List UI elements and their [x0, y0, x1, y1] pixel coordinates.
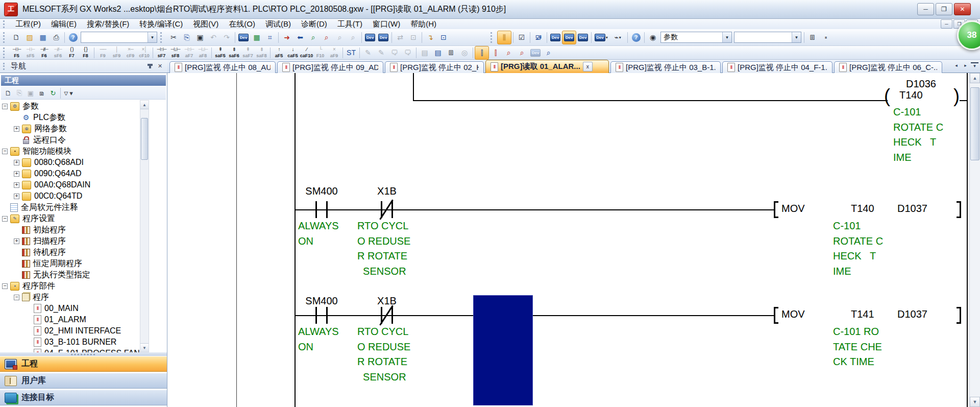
tab-2[interactable]: ‖[PRG]监视 停止中 02_H... [385, 61, 484, 73]
menu-item-1[interactable]: 编辑(E) [46, 19, 82, 29]
menu-item-0[interactable]: 工程(P) [10, 19, 46, 29]
panel-splitter[interactable]: ●●●●●●●● [0, 352, 167, 356]
contact-device[interactable]: SM400 [293, 295, 350, 307]
pin-icon[interactable] [145, 62, 154, 70]
menu-item-3[interactable]: 转换/编译(C) [134, 19, 188, 29]
device-test-icon[interactable]: ⌁▾ [609, 31, 626, 44]
scroll-thumb[interactable] [970, 87, 979, 160]
tab-1[interactable]: ‖[PRG]监视 停止中 09_AD... [277, 61, 383, 73]
read-mode-icon[interactable]: 🗏 [445, 46, 458, 59]
copy-icon[interactable]: ⎘ [180, 31, 193, 44]
menu-item-8[interactable]: 工具(T) [332, 19, 368, 29]
help-icon[interactable]: ? [66, 31, 80, 44]
open-project-icon[interactable]: ▨ [23, 31, 36, 44]
instruction-operand[interactable]: T140 [851, 203, 874, 214]
find-instruction-icon[interactable]: ⌕ [320, 31, 333, 44]
tab-scroll-right-icon[interactable]: ▸ [962, 61, 969, 69]
tab-6[interactable]: ‖[PRG]监视 停止中 06_C-... [834, 61, 942, 73]
menu-item-4[interactable]: 视图(V) [188, 19, 224, 29]
tree-item-17[interactable]: −程序 [0, 292, 49, 303]
statement-toggle-icon[interactable]: ⫿ [489, 46, 502, 59]
device-display-menu-icon[interactable]: Dev▾ [593, 31, 609, 44]
ladder-symbol-saf6-button[interactable]: ⇟saF6 [227, 46, 241, 59]
instruction-op[interactable]: MOV [781, 203, 805, 214]
jump-icon[interactable]: ↴ [424, 31, 437, 44]
menu-item-7[interactable]: 诊断(D) [296, 19, 332, 29]
cross-reference-icon[interactable]: ◉ [646, 31, 659, 44]
inline-st-icon[interactable]: ST [345, 46, 358, 59]
tab-more-icon[interactable]: ▾ [971, 62, 978, 69]
collapse-icon[interactable]: − [2, 216, 8, 222]
tree-item-22[interactable]: ‖04_F-101 PROCESS FAN [0, 348, 140, 352]
ladder-editor[interactable]: D1036 ( T140 ) C-101 ROTATE C HECK T IME… [167, 73, 969, 407]
tree-item-8[interactable]: +00C0:Q64TD [0, 190, 82, 202]
tree-item-12[interactable]: +扫描程序 [0, 235, 66, 247]
tree-item-11[interactable]: 初始程序 [0, 224, 66, 235]
tree-scroll-up-icon[interactable]: ▲ [140, 101, 149, 109]
online-device-write-icon[interactable]: Dev [363, 31, 377, 44]
ladder-symbol-f5-button[interactable]: ⊣ ⊢F5 [10, 46, 23, 59]
tree-item-6[interactable]: +0090:Q64AD [0, 168, 82, 179]
tab-3[interactable]: ‖[PRG]读取 01_ALAR...x [485, 60, 609, 73]
editor-scrollbar[interactable]: ▲ ▼ [969, 73, 980, 407]
ladder-symbol-saf5-button[interactable]: ⇞saF5 [213, 46, 227, 59]
data-property-icon[interactable]: 🗈 [36, 88, 47, 99]
new-project-icon[interactable]: 🗋 [10, 31, 23, 44]
sort-filter-icon[interactable]: 🜄▾ [62, 88, 74, 99]
menu-item-9[interactable]: 窗口(W) [368, 19, 405, 29]
help-f1-icon[interactable]: ? [629, 31, 643, 44]
contact-device[interactable]: SM400 [293, 185, 350, 197]
tree-item-21[interactable]: ‖03_B-101 BURNER [0, 337, 116, 348]
selection-cursor[interactable] [473, 295, 533, 405]
collapse-icon[interactable]: − [2, 149, 8, 154]
tree-item-1[interactable]: ⚙PLC参数 [0, 112, 65, 123]
close-button[interactable]: ✕ [954, 3, 971, 15]
save-project-icon[interactable]: ▦ [36, 31, 50, 44]
tree-scroll-thumb[interactable] [141, 118, 148, 160]
tree-item-10[interactable]: −✎程序设置 [0, 213, 55, 224]
zoom-icon[interactable]: ⌕ [542, 46, 555, 59]
tree-item-3[interactable]: 远程口令 [0, 134, 66, 146]
instruction-op[interactable]: MOV [781, 308, 805, 320]
program-check-icon[interactable]: ☑ [515, 31, 528, 44]
tree-item-15[interactable]: 无执行类型指定 [0, 269, 90, 280]
expand-icon[interactable]: + [14, 160, 19, 165]
tree-item-0[interactable]: −⚙参数 [0, 101, 39, 112]
tree-item-18[interactable]: ‖00_MAIN [0, 303, 79, 314]
tree-item-16[interactable]: −▪程序部件 [0, 280, 55, 292]
tree-item-20[interactable]: ‖02_HMI INTERFACE [0, 325, 121, 337]
expand-icon[interactable]: + [14, 126, 19, 132]
find-target-combo-dropdown-icon[interactable]: ▼ [722, 32, 731, 42]
tree-item-7[interactable]: +00A0:Q68DAIN [0, 179, 90, 190]
tree-item-13[interactable]: 待机程序 [0, 247, 66, 258]
read-from-plc-icon[interactable]: ⬅ [293, 31, 307, 44]
menu-item-2[interactable]: 搜索/替换(F) [82, 19, 134, 29]
find-text-combo[interactable]: ▼ [734, 32, 801, 43]
mdi-minimize-button[interactable]: ─ [941, 19, 952, 29]
device-comment-edit-icon[interactable]: Dev [237, 31, 250, 44]
find-device-icon[interactable]: ⌕ [307, 31, 320, 44]
expand-icon[interactable]: + [14, 238, 19, 244]
minimize-button[interactable]: ─ [917, 3, 934, 15]
tree-item-19[interactable]: ‖01_ALARM [0, 314, 86, 325]
instruction-operand[interactable]: T141 [851, 308, 874, 320]
statement-display-icon[interactable]: Dev [562, 31, 576, 44]
tree-item-4[interactable]: −▪智能功能模块 [0, 146, 71, 157]
tree-item-2[interactable]: +⊕网络参数 [0, 123, 67, 134]
collapse-icon[interactable]: − [14, 295, 19, 300]
tree-scrollbar[interactable]: ▲ ▼ [140, 100, 149, 352]
nav-view-button-0[interactable]: 工程 [0, 356, 167, 372]
collapse-icon[interactable]: − [2, 283, 8, 289]
ladder-symbol-sf7-button[interactable]: ⊣↑⊢sF7 [155, 46, 168, 59]
cut-icon[interactable]: ✂ [167, 31, 180, 44]
instruction-operand[interactable]: D1037 [897, 203, 927, 214]
find-target-combo[interactable]: 参数▼ [660, 32, 732, 43]
scroll-down-icon[interactable]: ▼ [970, 397, 980, 407]
tab-4[interactable]: ‖[PRG]监视 停止中 03_B-1... [610, 61, 721, 73]
device-memory-icon[interactable]: ▦ [250, 31, 263, 44]
contact-device[interactable]: X1B [359, 295, 415, 307]
collapse-icon[interactable]: − [2, 104, 8, 109]
coil-device[interactable]: T140 [899, 89, 923, 101]
tree-scroll-down-icon[interactable]: ▼ [140, 343, 149, 352]
find-contact-icon[interactable]: ⌕ [502, 46, 516, 59]
